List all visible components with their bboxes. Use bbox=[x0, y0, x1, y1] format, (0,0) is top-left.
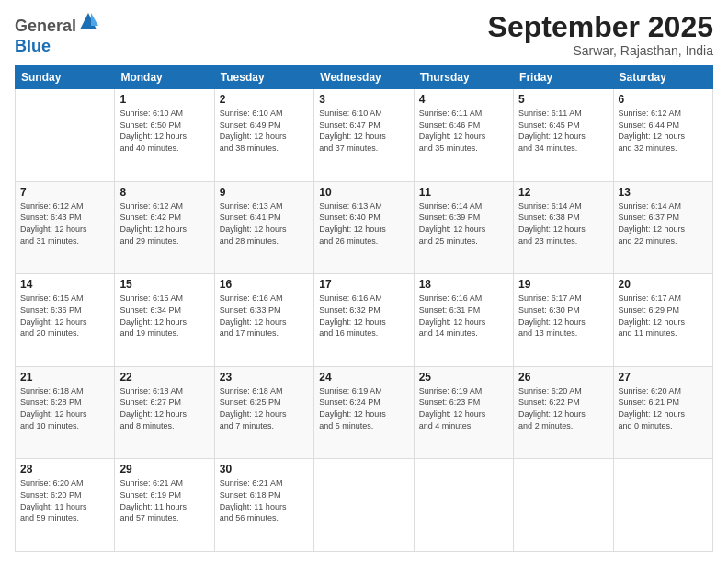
day-number: 13 bbox=[619, 186, 708, 199]
day-info: Sunrise: 6:15 AM Sunset: 6:34 PM Dayligh… bbox=[119, 293, 209, 339]
day-info: Sunrise: 6:20 AM Sunset: 6:22 PM Dayligh… bbox=[518, 385, 608, 431]
table-row bbox=[314, 459, 414, 552]
table-row: 9Sunrise: 6:13 AM Sunset: 6:41 PM Daylig… bbox=[214, 181, 313, 274]
day-number: 25 bbox=[419, 371, 508, 384]
table-row: 1Sunrise: 6:10 AM Sunset: 6:50 PM Daylig… bbox=[115, 89, 214, 182]
day-info: Sunrise: 6:11 AM Sunset: 6:45 PM Dayligh… bbox=[518, 108, 608, 154]
day-info: Sunrise: 6:20 AM Sunset: 6:21 PM Dayligh… bbox=[619, 385, 708, 431]
day-info: Sunrise: 6:14 AM Sunset: 6:37 PM Dayligh… bbox=[619, 201, 708, 247]
day-number: 4 bbox=[419, 93, 508, 106]
day-info: Sunrise: 6:16 AM Sunset: 6:33 PM Dayligh… bbox=[220, 293, 309, 339]
calendar-table: Sunday Monday Tuesday Wednesday Thursday… bbox=[15, 65, 713, 552]
day-number: 30 bbox=[220, 463, 309, 476]
location-subtitle: Sarwar, Rajasthan, India bbox=[488, 43, 713, 58]
day-info: Sunrise: 6:18 AM Sunset: 6:27 PM Dayligh… bbox=[119, 385, 209, 431]
day-info: Sunrise: 6:11 AM Sunset: 6:46 PM Dayligh… bbox=[419, 108, 508, 154]
header-saturday: Saturday bbox=[613, 66, 712, 89]
table-row: 29Sunrise: 6:21 AM Sunset: 6:19 PM Dayli… bbox=[115, 459, 214, 552]
page: General Blue September 2025 Sarwar, Raja… bbox=[0, 0, 728, 563]
day-info: Sunrise: 6:14 AM Sunset: 6:39 PM Dayligh… bbox=[419, 201, 508, 247]
logo-icon bbox=[78, 11, 98, 31]
day-info: Sunrise: 6:12 AM Sunset: 6:42 PM Dayligh… bbox=[119, 201, 209, 247]
day-info: Sunrise: 6:21 AM Sunset: 6:19 PM Dayligh… bbox=[119, 477, 209, 523]
day-number: 1 bbox=[119, 93, 209, 106]
day-number: 14 bbox=[20, 278, 109, 291]
logo: General Blue bbox=[15, 11, 98, 56]
day-number: 22 bbox=[119, 371, 209, 384]
day-number: 8 bbox=[119, 186, 209, 199]
header: General Blue September 2025 Sarwar, Raja… bbox=[15, 11, 713, 58]
day-info: Sunrise: 6:10 AM Sunset: 6:47 PM Dayligh… bbox=[319, 108, 408, 154]
day-number: 9 bbox=[220, 186, 309, 199]
table-row: 26Sunrise: 6:20 AM Sunset: 6:22 PM Dayli… bbox=[514, 366, 613, 459]
day-number: 28 bbox=[20, 463, 109, 476]
table-row: 5Sunrise: 6:11 AM Sunset: 6:45 PM Daylig… bbox=[514, 89, 613, 182]
day-number: 19 bbox=[518, 278, 608, 291]
day-info: Sunrise: 6:19 AM Sunset: 6:24 PM Dayligh… bbox=[319, 385, 408, 431]
header-monday: Monday bbox=[115, 66, 214, 89]
table-row: 24Sunrise: 6:19 AM Sunset: 6:24 PM Dayli… bbox=[314, 366, 414, 459]
day-number: 18 bbox=[419, 278, 508, 291]
day-number: 12 bbox=[518, 186, 608, 199]
month-title: September 2025 bbox=[488, 11, 713, 43]
day-info: Sunrise: 6:12 AM Sunset: 6:43 PM Dayligh… bbox=[20, 201, 109, 247]
day-info: Sunrise: 6:16 AM Sunset: 6:32 PM Dayligh… bbox=[319, 293, 408, 339]
logo-general: General bbox=[15, 17, 76, 35]
day-info: Sunrise: 6:18 AM Sunset: 6:25 PM Dayligh… bbox=[220, 385, 309, 431]
day-info: Sunrise: 6:13 AM Sunset: 6:40 PM Dayligh… bbox=[319, 201, 408, 247]
day-number: 10 bbox=[319, 186, 408, 199]
day-number: 23 bbox=[220, 371, 309, 384]
day-number: 21 bbox=[20, 371, 109, 384]
day-number: 17 bbox=[319, 278, 408, 291]
table-row: 21Sunrise: 6:18 AM Sunset: 6:28 PM Dayli… bbox=[16, 366, 115, 459]
table-row: 28Sunrise: 6:20 AM Sunset: 6:20 PM Dayli… bbox=[16, 459, 115, 552]
table-row: 14Sunrise: 6:15 AM Sunset: 6:36 PM Dayli… bbox=[16, 274, 115, 367]
table-row: 22Sunrise: 6:18 AM Sunset: 6:27 PM Dayli… bbox=[115, 366, 214, 459]
day-info: Sunrise: 6:17 AM Sunset: 6:29 PM Dayligh… bbox=[619, 293, 708, 339]
day-info: Sunrise: 6:12 AM Sunset: 6:44 PM Dayligh… bbox=[619, 108, 708, 154]
table-row: 27Sunrise: 6:20 AM Sunset: 6:21 PM Dayli… bbox=[613, 366, 712, 459]
svg-marker-1 bbox=[91, 13, 98, 26]
day-info: Sunrise: 6:18 AM Sunset: 6:28 PM Dayligh… bbox=[20, 385, 109, 431]
day-number: 5 bbox=[518, 93, 608, 106]
day-number: 26 bbox=[518, 371, 608, 384]
day-number: 11 bbox=[419, 186, 508, 199]
table-row: 6Sunrise: 6:12 AM Sunset: 6:44 PM Daylig… bbox=[613, 89, 712, 182]
day-number: 6 bbox=[619, 93, 708, 106]
weekday-header-row: Sunday Monday Tuesday Wednesday Thursday… bbox=[16, 66, 713, 89]
calendar-week-row: 14Sunrise: 6:15 AM Sunset: 6:36 PM Dayli… bbox=[16, 274, 713, 367]
header-thursday: Thursday bbox=[414, 66, 513, 89]
logo-blue: Blue bbox=[15, 37, 51, 55]
day-number: 27 bbox=[619, 371, 708, 384]
table-row: 17Sunrise: 6:16 AM Sunset: 6:32 PM Dayli… bbox=[314, 274, 414, 367]
table-row bbox=[414, 459, 513, 552]
table-row: 7Sunrise: 6:12 AM Sunset: 6:43 PM Daylig… bbox=[16, 181, 115, 274]
table-row: 10Sunrise: 6:13 AM Sunset: 6:40 PM Dayli… bbox=[314, 181, 414, 274]
day-number: 3 bbox=[319, 93, 408, 106]
table-row: 15Sunrise: 6:15 AM Sunset: 6:34 PM Dayli… bbox=[115, 274, 214, 367]
day-number: 20 bbox=[619, 278, 708, 291]
table-row: 19Sunrise: 6:17 AM Sunset: 6:30 PM Dayli… bbox=[514, 274, 613, 367]
day-info: Sunrise: 6:20 AM Sunset: 6:20 PM Dayligh… bbox=[20, 477, 109, 523]
table-row: 13Sunrise: 6:14 AM Sunset: 6:37 PM Dayli… bbox=[613, 181, 712, 274]
day-info: Sunrise: 6:10 AM Sunset: 6:49 PM Dayligh… bbox=[220, 108, 309, 154]
day-info: Sunrise: 6:15 AM Sunset: 6:36 PM Dayligh… bbox=[20, 293, 109, 339]
day-number: 16 bbox=[220, 278, 309, 291]
table-row: 12Sunrise: 6:14 AM Sunset: 6:38 PM Dayli… bbox=[514, 181, 613, 274]
day-number: 2 bbox=[220, 93, 309, 106]
table-row: 2Sunrise: 6:10 AM Sunset: 6:49 PM Daylig… bbox=[214, 89, 313, 182]
day-info: Sunrise: 6:13 AM Sunset: 6:41 PM Dayligh… bbox=[220, 201, 309, 247]
day-number: 24 bbox=[319, 371, 408, 384]
table-row: 16Sunrise: 6:16 AM Sunset: 6:33 PM Dayli… bbox=[214, 274, 313, 367]
table-row: 4Sunrise: 6:11 AM Sunset: 6:46 PM Daylig… bbox=[414, 89, 513, 182]
table-row: 11Sunrise: 6:14 AM Sunset: 6:39 PM Dayli… bbox=[414, 181, 513, 274]
table-row: 18Sunrise: 6:16 AM Sunset: 6:31 PM Dayli… bbox=[414, 274, 513, 367]
table-row: 25Sunrise: 6:19 AM Sunset: 6:23 PM Dayli… bbox=[414, 366, 513, 459]
calendar-week-row: 1Sunrise: 6:10 AM Sunset: 6:50 PM Daylig… bbox=[16, 89, 713, 182]
table-row: 20Sunrise: 6:17 AM Sunset: 6:29 PM Dayli… bbox=[613, 274, 712, 367]
table-row bbox=[613, 459, 712, 552]
day-info: Sunrise: 6:16 AM Sunset: 6:31 PM Dayligh… bbox=[419, 293, 508, 339]
calendar-week-row: 28Sunrise: 6:20 AM Sunset: 6:20 PM Dayli… bbox=[16, 459, 713, 552]
day-info: Sunrise: 6:19 AM Sunset: 6:23 PM Dayligh… bbox=[419, 385, 508, 431]
table-row: 23Sunrise: 6:18 AM Sunset: 6:25 PM Dayli… bbox=[214, 366, 313, 459]
